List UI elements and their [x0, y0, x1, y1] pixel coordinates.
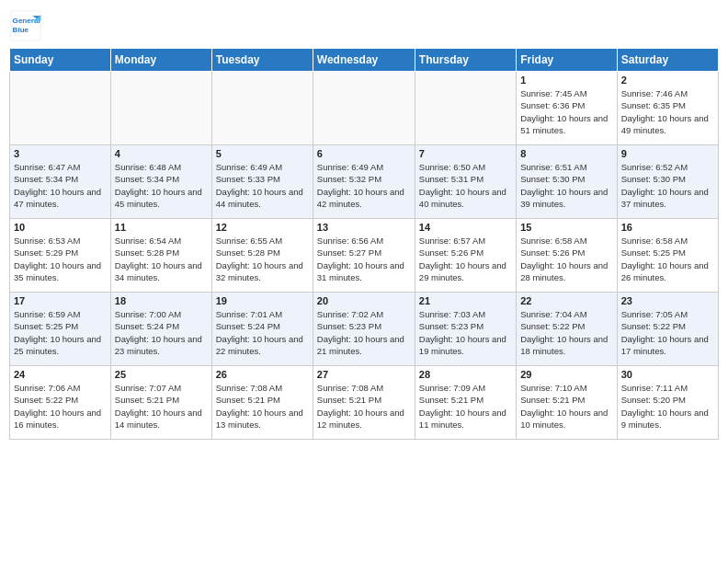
week-row: 1Sunrise: 7:45 AM Sunset: 6:36 PM Daylig…: [10, 72, 719, 145]
logo: General Blue: [9, 9, 42, 42]
calendar-cell: 9Sunrise: 6:52 AM Sunset: 5:30 PM Daylig…: [617, 145, 718, 219]
calendar-cell: 10Sunrise: 6:53 AM Sunset: 5:29 PM Dayli…: [10, 219, 111, 293]
day-info: Sunrise: 6:58 AM Sunset: 5:25 PM Dayligh…: [621, 235, 714, 283]
week-row: 10Sunrise: 6:53 AM Sunset: 5:29 PM Dayli…: [10, 219, 719, 293]
day-info: Sunrise: 6:47 AM Sunset: 5:34 PM Dayligh…: [14, 161, 107, 210]
calendar-cell: 12Sunrise: 6:55 AM Sunset: 5:28 PM Dayli…: [211, 219, 313, 293]
calendar-cell: 27Sunrise: 7:08 AM Sunset: 5:21 PM Dayli…: [313, 366, 415, 440]
calendar-cell: 8Sunrise: 6:51 AM Sunset: 5:30 PM Daylig…: [517, 145, 617, 219]
calendar-cell: 7Sunrise: 6:50 AM Sunset: 5:31 PM Daylig…: [415, 145, 516, 219]
calendar-cell: 13Sunrise: 6:56 AM Sunset: 5:27 PM Dayli…: [313, 219, 415, 293]
svg-text:General: General: [13, 17, 40, 25]
day-number: 2: [621, 75, 714, 86]
calendar-cell: 20Sunrise: 7:02 AM Sunset: 5:23 PM Dayli…: [313, 293, 415, 366]
calendar-cell: 2Sunrise: 7:46 AM Sunset: 6:35 PM Daylig…: [617, 72, 718, 145]
logo-icon: General Blue: [9, 9, 42, 42]
calendar-cell: 21Sunrise: 7:03 AM Sunset: 5:23 PM Dayli…: [415, 293, 516, 366]
week-row: 17Sunrise: 6:59 AM Sunset: 5:25 PM Dayli…: [10, 293, 719, 366]
calendar-cell: [10, 72, 111, 145]
column-header-friday: Friday: [517, 49, 617, 72]
day-number: 25: [115, 369, 208, 380]
calendar-cell: 5Sunrise: 6:49 AM Sunset: 5:33 PM Daylig…: [211, 145, 313, 219]
day-info: Sunrise: 7:01 AM Sunset: 5:24 PM Dayligh…: [216, 308, 309, 357]
day-info: Sunrise: 6:58 AM Sunset: 5:26 PM Dayligh…: [520, 235, 612, 283]
column-header-sunday: Sunday: [10, 49, 111, 72]
day-info: Sunrise: 7:03 AM Sunset: 5:23 PM Dayligh…: [419, 308, 512, 357]
column-header-saturday: Saturday: [617, 49, 718, 72]
day-number: 10: [14, 222, 107, 233]
day-info: Sunrise: 7:08 AM Sunset: 5:21 PM Dayligh…: [216, 382, 309, 431]
calendar-cell: [211, 72, 313, 145]
calendar-cell: [313, 72, 415, 145]
calendar-cell: 11Sunrise: 6:54 AM Sunset: 5:28 PM Dayli…: [110, 219, 211, 293]
day-info: Sunrise: 6:56 AM Sunset: 5:27 PM Dayligh…: [317, 235, 411, 283]
calendar-table: SundayMondayTuesdayWednesdayThursdayFrid…: [9, 48, 719, 440]
calendar-cell: 17Sunrise: 6:59 AM Sunset: 5:25 PM Dayli…: [10, 293, 111, 366]
day-info: Sunrise: 7:45 AM Sunset: 6:36 PM Dayligh…: [520, 87, 612, 136]
day-number: 8: [520, 148, 612, 159]
calendar-cell: 16Sunrise: 6:58 AM Sunset: 5:25 PM Dayli…: [617, 219, 718, 293]
day-info: Sunrise: 6:53 AM Sunset: 5:29 PM Dayligh…: [14, 235, 107, 283]
day-number: 4: [115, 148, 208, 159]
day-info: Sunrise: 7:10 AM Sunset: 5:21 PM Dayligh…: [520, 382, 612, 431]
day-info: Sunrise: 6:49 AM Sunset: 5:32 PM Dayligh…: [317, 161, 411, 210]
header-row: SundayMondayTuesdayWednesdayThursdayFrid…: [10, 49, 719, 72]
day-number: 14: [419, 222, 512, 233]
calendar-cell: 4Sunrise: 6:48 AM Sunset: 5:34 PM Daylig…: [110, 145, 211, 219]
day-number: 23: [621, 295, 714, 306]
day-info: Sunrise: 7:02 AM Sunset: 5:23 PM Dayligh…: [317, 308, 411, 357]
day-info: Sunrise: 7:06 AM Sunset: 5:22 PM Dayligh…: [14, 382, 107, 431]
column-header-thursday: Thursday: [415, 49, 516, 72]
day-number: 18: [115, 295, 208, 306]
day-info: Sunrise: 6:48 AM Sunset: 5:34 PM Dayligh…: [115, 161, 208, 210]
calendar-cell: 29Sunrise: 7:10 AM Sunset: 5:21 PM Dayli…: [517, 366, 617, 440]
day-number: 7: [419, 148, 512, 159]
week-row: 3Sunrise: 6:47 AM Sunset: 5:34 PM Daylig…: [10, 145, 719, 219]
day-number: 15: [520, 222, 612, 233]
day-info: Sunrise: 6:50 AM Sunset: 5:31 PM Dayligh…: [419, 161, 512, 210]
column-header-tuesday: Tuesday: [211, 49, 313, 72]
day-info: Sunrise: 6:49 AM Sunset: 5:33 PM Dayligh…: [216, 161, 309, 210]
day-number: 13: [317, 222, 411, 233]
day-info: Sunrise: 7:09 AM Sunset: 5:21 PM Dayligh…: [419, 382, 512, 431]
calendar-cell: 24Sunrise: 7:06 AM Sunset: 5:22 PM Dayli…: [10, 366, 111, 440]
day-info: Sunrise: 7:07 AM Sunset: 5:21 PM Dayligh…: [115, 382, 208, 431]
day-info: Sunrise: 6:52 AM Sunset: 5:30 PM Dayligh…: [621, 161, 714, 210]
calendar-cell: 3Sunrise: 6:47 AM Sunset: 5:34 PM Daylig…: [10, 145, 111, 219]
day-number: 12: [216, 222, 309, 233]
day-number: 9: [621, 148, 714, 159]
calendar-cell: [415, 72, 516, 145]
day-number: 21: [419, 295, 512, 306]
day-number: 5: [216, 148, 309, 159]
day-number: 27: [317, 369, 411, 380]
day-info: Sunrise: 7:00 AM Sunset: 5:24 PM Dayligh…: [115, 308, 208, 357]
day-info: Sunrise: 6:59 AM Sunset: 5:25 PM Dayligh…: [14, 308, 107, 357]
day-info: Sunrise: 7:05 AM Sunset: 5:22 PM Dayligh…: [621, 308, 714, 357]
calendar-cell: 6Sunrise: 6:49 AM Sunset: 5:32 PM Daylig…: [313, 145, 415, 219]
day-info: Sunrise: 7:04 AM Sunset: 5:22 PM Dayligh…: [520, 308, 612, 357]
calendar-cell: 25Sunrise: 7:07 AM Sunset: 5:21 PM Dayli…: [110, 366, 211, 440]
day-info: Sunrise: 6:51 AM Sunset: 5:30 PM Dayligh…: [520, 161, 612, 210]
day-number: 24: [14, 369, 107, 380]
day-number: 22: [520, 295, 612, 306]
day-number: 17: [14, 295, 107, 306]
day-info: Sunrise: 6:54 AM Sunset: 5:28 PM Dayligh…: [115, 235, 208, 283]
calendar-cell: 19Sunrise: 7:01 AM Sunset: 5:24 PM Dayli…: [211, 293, 313, 366]
day-number: 6: [317, 148, 411, 159]
day-number: 28: [419, 369, 512, 380]
day-number: 30: [621, 369, 714, 380]
calendar-cell: 14Sunrise: 6:57 AM Sunset: 5:26 PM Dayli…: [415, 219, 516, 293]
calendar-cell: 15Sunrise: 6:58 AM Sunset: 5:26 PM Dayli…: [517, 219, 617, 293]
day-number: 11: [115, 222, 208, 233]
page-header: General Blue: [9, 9, 719, 42]
calendar-cell: 23Sunrise: 7:05 AM Sunset: 5:22 PM Dayli…: [617, 293, 718, 366]
calendar-cell: 22Sunrise: 7:04 AM Sunset: 5:22 PM Dayli…: [517, 293, 617, 366]
calendar-cell: 28Sunrise: 7:09 AM Sunset: 5:21 PM Dayli…: [415, 366, 516, 440]
svg-text:Blue: Blue: [13, 26, 29, 34]
day-info: Sunrise: 6:57 AM Sunset: 5:26 PM Dayligh…: [419, 235, 512, 283]
day-number: 19: [216, 295, 309, 306]
calendar-cell: 18Sunrise: 7:00 AM Sunset: 5:24 PM Dayli…: [110, 293, 211, 366]
day-info: Sunrise: 7:08 AM Sunset: 5:21 PM Dayligh…: [317, 382, 411, 431]
day-number: 20: [317, 295, 411, 306]
calendar-cell: 1Sunrise: 7:45 AM Sunset: 6:36 PM Daylig…: [517, 72, 617, 145]
